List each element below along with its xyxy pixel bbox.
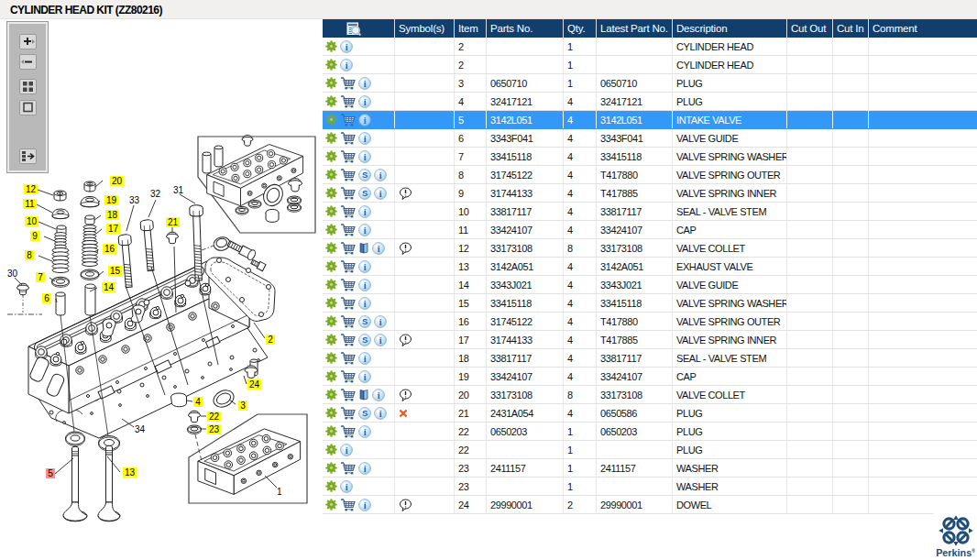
svg-text:11: 11 (25, 199, 35, 209)
svg-text:18: 18 (107, 210, 118, 220)
svg-text:15: 15 (110, 266, 121, 276)
svg-text:14: 14 (104, 282, 115, 292)
svg-text:13: 13 (125, 467, 136, 478)
svg-text:1: 1 (277, 487, 282, 497)
svg-text:12: 12 (26, 184, 37, 194)
svg-text:33: 33 (129, 195, 140, 205)
svg-text:21: 21 (168, 217, 179, 227)
svg-text:20: 20 (112, 176, 123, 186)
svg-text:16: 16 (104, 244, 115, 254)
svg-text:19: 19 (106, 195, 117, 205)
svg-text:3: 3 (240, 401, 246, 411)
svg-text:10: 10 (27, 216, 38, 226)
svg-text:31: 31 (173, 185, 184, 195)
svg-text:8: 8 (27, 250, 32, 260)
svg-text:23: 23 (209, 424, 220, 434)
svg-text:2: 2 (268, 335, 273, 345)
svg-text:5: 5 (48, 468, 53, 478)
svg-text:9: 9 (32, 231, 38, 241)
svg-text:17: 17 (108, 224, 119, 234)
svg-text:24: 24 (249, 379, 260, 390)
svg-text:6: 6 (44, 293, 49, 303)
svg-text:22: 22 (209, 412, 220, 422)
svg-text:Perkins®: Perkins® (936, 547, 975, 558)
svg-text:4: 4 (195, 397, 201, 407)
svg-text:30: 30 (7, 269, 18, 279)
svg-text:32: 32 (150, 189, 161, 199)
svg-text:7: 7 (38, 272, 43, 282)
svg-text:34: 34 (135, 424, 146, 434)
